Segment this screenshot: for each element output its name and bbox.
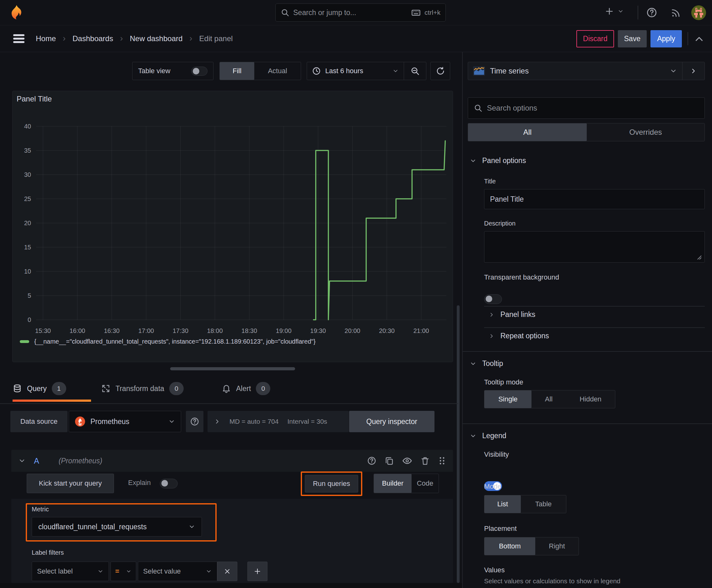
time-range-button[interactable]: Last 6 hours (307, 62, 404, 80)
datasource-help-button[interactable] (186, 411, 203, 432)
news-rss-button[interactable] (671, 7, 681, 18)
plus-icon (604, 6, 614, 16)
svg-text:25: 25 (24, 195, 31, 202)
metric-select[interactable]: cloudflared_tunnel_total_requests (32, 517, 202, 537)
left-pane-scrollbar[interactable] (457, 305, 459, 583)
tooltip-mode-hidden[interactable]: Hidden (566, 391, 615, 408)
divider (484, 306, 705, 307)
tooltip-header[interactable]: Tooltip (470, 359, 503, 368)
add-label-filter-button[interactable] (247, 562, 267, 581)
chart-legend[interactable]: {__name__="cloudflared_tunnel_total_requ… (20, 338, 316, 345)
tab-transform-data[interactable]: Transform data 0 (101, 378, 184, 399)
fill-option[interactable]: Fill (220, 62, 254, 80)
label-filter-operator-select[interactable]: = (110, 562, 136, 581)
chevron-down-icon (470, 158, 477, 164)
tab-overrides[interactable]: Overrides (587, 123, 705, 141)
collapse-options-pane-button[interactable] (693, 33, 705, 45)
label-filter-value-select[interactable]: Select value (138, 562, 217, 581)
close-icon (223, 568, 231, 575)
visualization-picker[interactable]: Time series (468, 62, 705, 80)
label-filter-label-select[interactable]: Select label (32, 562, 109, 581)
query-row-header[interactable]: A (Prometheus) (11, 450, 453, 472)
legend-mode-list[interactable]: List (484, 495, 521, 513)
grafana-logo[interactable] (8, 4, 25, 21)
breadcrumb-new-dashboard[interactable]: New dashboard (130, 34, 182, 43)
tab-query[interactable]: Query 1 (13, 378, 66, 399)
save-button[interactable]: Save (618, 30, 647, 47)
options-search-box[interactable] (468, 97, 705, 119)
legend-series-label[interactable]: {__name__="cloudflared_tunnel_total_requ… (34, 338, 316, 345)
options-pane-border (462, 52, 463, 588)
panel-title[interactable]: Panel Title (17, 94, 52, 103)
panel-links-header[interactable]: Panel links (489, 310, 535, 319)
chevron-right-icon[interactable] (214, 418, 221, 425)
tooltip-mode-single[interactable]: Single (484, 391, 532, 408)
breadcrumb-home[interactable]: Home (36, 34, 56, 43)
explain-toggle[interactable] (160, 479, 178, 488)
legend-options-header[interactable]: Legend (470, 432, 506, 440)
svg-text:20:00: 20:00 (345, 327, 360, 334)
add-new-button[interactable] (604, 6, 624, 16)
delete-query-icon[interactable] (420, 456, 430, 465)
toggle-knob (161, 480, 168, 486)
section-divider (462, 423, 712, 424)
svg-text:35: 35 (24, 147, 31, 154)
builder-option[interactable]: Builder (374, 474, 412, 493)
search-input[interactable] (293, 8, 408, 17)
refresh-button[interactable] (430, 62, 450, 80)
query-datasource-hint: (Prometheus) (59, 457, 102, 465)
svg-text:17:30: 17:30 (173, 327, 188, 334)
zoom-out-time-button[interactable] (404, 62, 426, 80)
time-range-picker: Last 6 hours (307, 62, 426, 80)
kick-start-query-button[interactable]: Kick start your query (27, 474, 114, 493)
resize-handle-icon[interactable] (696, 254, 703, 261)
repeat-options-header[interactable]: Repeat options (489, 332, 549, 340)
actual-option[interactable]: Actual (254, 62, 301, 80)
legend-placement-right[interactable]: Right (535, 538, 579, 555)
toggle-visibility-icon[interactable] (402, 456, 412, 466)
global-search-box[interactable]: ctrl+k (275, 3, 446, 22)
search-icon (474, 104, 482, 112)
tab-alert-label: Alert (236, 384, 251, 393)
transparent-background-toggle[interactable] (484, 294, 502, 304)
menu-toggle-button[interactable] (12, 33, 26, 45)
drag-handle-icon[interactable] (438, 456, 446, 465)
chevron-down-icon (97, 568, 104, 574)
chevron-down-icon (670, 67, 677, 75)
panel-resize-drag-bar[interactable] (170, 367, 295, 370)
help-button[interactable] (646, 7, 657, 18)
builder-code-segmented: Builder Code (373, 474, 439, 493)
tab-alert[interactable]: Alert 0 (222, 378, 270, 399)
query-help-icon[interactable] (367, 456, 376, 465)
options-search-input[interactable] (487, 104, 699, 112)
query-inspector-button[interactable]: Query inspector (349, 411, 434, 432)
panel-options-header[interactable]: Panel options (470, 156, 526, 165)
fill-actual-segmented: Fill Actual (219, 62, 301, 80)
legend-placement-bottom[interactable]: Bottom (484, 538, 535, 555)
description-textarea[interactable] (484, 231, 705, 262)
datasource-value: Prometheus (90, 417, 129, 426)
duplicate-query-icon[interactable] (385, 456, 394, 465)
metric-label: Metric (32, 506, 49, 513)
user-avatar[interactable] (691, 5, 706, 20)
discard-button[interactable]: Discard (576, 30, 614, 47)
active-tab-underline (13, 400, 91, 402)
tooltip-mode-all[interactable]: All (532, 391, 566, 408)
legend-mode-label: Mode (484, 482, 501, 491)
svg-text:30: 30 (24, 171, 31, 178)
query-ref-id[interactable]: A (34, 456, 39, 465)
legend-mode-table[interactable]: Table (521, 495, 566, 513)
legend-mode-segmented: List Table (484, 495, 566, 513)
apply-button[interactable]: Apply (650, 30, 682, 47)
table-view-toggle[interactable] (191, 67, 208, 76)
panel-title-input[interactable] (484, 189, 705, 209)
table-view-control[interactable]: Table view (132, 62, 214, 80)
viz-suggestions-button[interactable] (683, 62, 705, 80)
remove-label-filter-button[interactable] (217, 562, 237, 581)
chevron-down-icon[interactable] (18, 457, 26, 465)
code-option[interactable]: Code (412, 474, 438, 493)
datasource-picker[interactable]: Prometheus (69, 411, 181, 432)
tab-all[interactable]: All (468, 123, 587, 141)
run-queries-button[interactable]: Run queries (305, 475, 358, 492)
breadcrumb-dashboards[interactable]: Dashboards (72, 34, 113, 43)
